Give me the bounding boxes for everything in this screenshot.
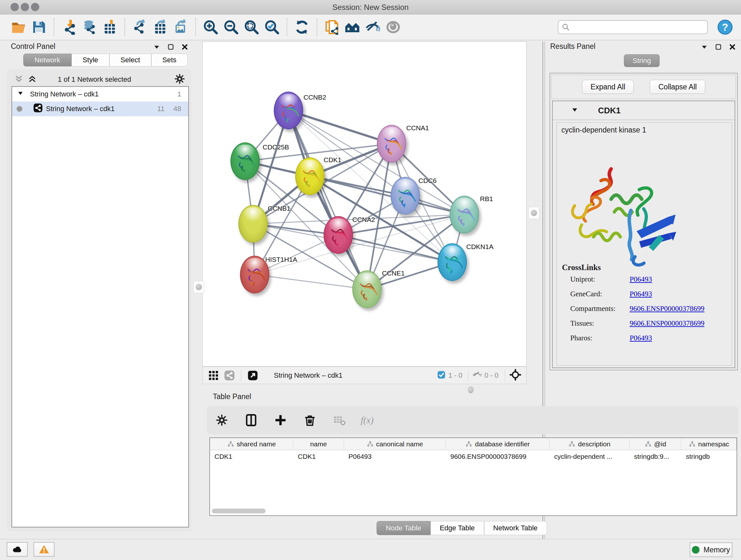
export-network-button[interactable] [131,18,148,37]
table-tab-network-table[interactable]: Network Table [484,521,547,535]
float-panel-icon[interactable] [167,44,174,52]
control-tab-sets[interactable]: Sets [151,54,188,66]
import-network-database-button[interactable] [81,18,98,37]
collapse-panel-icon[interactable] [153,44,160,52]
zoom-in-button[interactable] [202,18,219,37]
export-table-button[interactable] [151,18,169,37]
zoom-fit-button[interactable] [243,18,260,37]
network-node-cdk1[interactable] [295,158,325,195]
horizontal-scrollbar[interactable] [212,509,266,513]
delete-column-button[interactable] [301,411,319,429]
cdk1-card-header[interactable]: CDK1 [553,101,735,120]
crosslink-label: Tissues: [570,319,594,327]
table-panel-title: Table Panel [213,392,251,401]
results-panel-title: Results Panel [550,42,596,51]
column-header-4[interactable]: description [549,438,629,450]
table-tab-edge-table[interactable]: Edge Table [430,521,484,535]
table-row[interactable]: CDK1CDK1P064939606.ENSP00000378699cyclin… [210,450,737,463]
column-header-5[interactable]: @id [630,438,682,450]
column-header-1[interactable]: name [293,438,344,450]
crosslink-value[interactable]: P06493 [630,290,652,298]
table-tab-node-table[interactable]: Node Table [377,521,430,535]
collapse-panel-icon[interactable] [701,44,708,52]
crosslink-value[interactable]: P06493 [630,334,652,342]
import-table-button[interactable] [101,18,118,37]
table-cell[interactable]: cyclin-dependent ... [549,450,629,463]
network-options-gear-icon[interactable] [174,73,185,85]
export-image-button[interactable] [172,18,189,37]
edges-layer [203,42,527,367]
import-network-file-button[interactable] [60,18,77,37]
home-panels-button[interactable] [344,18,361,37]
control-tab-network[interactable]: Network [23,54,71,66]
hide-graphics-button[interactable] [364,18,381,37]
close-panel-icon[interactable] [181,44,188,52]
zoom-fit-icon [244,19,259,35]
table-cell[interactable]: stringdb [681,450,737,463]
hidden-eye-icon[interactable] [472,370,482,381]
column-header-0[interactable]: shared name [210,438,293,450]
crosslink-value[interactable]: 9606.ENSP00000378699 [630,305,704,313]
network-node-ccnb2[interactable] [274,91,303,129]
zoom-selected-button[interactable] [263,18,280,37]
close-panel-icon[interactable] [729,44,736,52]
warning-button[interactable] [33,542,55,557]
delete-table-button[interactable] [331,411,348,429]
network-row-selected[interactable]: String Network – cdk1 11 48 [12,102,188,116]
column-header-6[interactable]: namespac [681,438,737,450]
share-view-icon[interactable] [223,369,236,382]
network-node-cdc6[interactable] [391,177,420,214]
control-panel-title: Control Panel [11,42,55,51]
float-panel-icon[interactable] [715,44,722,52]
open-in-string-button[interactable] [323,18,340,37]
add-column-button[interactable] [272,411,289,429]
results-tab-string[interactable]: String [624,54,660,67]
search-input[interactable] [558,20,708,34]
network-node-ccnb1[interactable] [239,205,268,243]
crosslink-value[interactable]: P06493 [630,275,652,283]
network-canvas[interactable]: CCNB2 CCNA1 CDC25B CDK1 CDC6 RB1 CCNB1 C… [202,42,527,367]
right-splitter-handle[interactable] [529,207,539,219]
column-header-2[interactable]: canonical name [344,438,446,450]
left-splitter-handle[interactable] [193,281,204,293]
table-cell[interactable]: P06493 [344,450,446,463]
detach-view-icon[interactable] [246,369,259,382]
table-cell[interactable]: CDK1 [210,450,293,463]
refresh-layout-button[interactable] [293,18,311,37]
column-header-3[interactable]: database identifier [446,438,549,450]
column-tree-icon [227,441,234,448]
table-cell[interactable]: 9606.ENSP00000378699 [446,450,549,463]
fit-crosshair-icon[interactable] [509,368,522,382]
network-node-cdc25b[interactable] [230,142,260,180]
open-session-button[interactable] [10,18,27,37]
network-node-ccna1[interactable] [377,125,406,163]
collapse-all-button[interactable]: Collapse All [650,80,705,94]
memory-button[interactable]: Memory [690,543,732,557]
function-builder-button[interactable]: f(x) [360,411,377,429]
table-cell[interactable]: CDK1 [293,450,344,463]
crosslink-value[interactable]: 9606.ENSP00000378699 [630,319,704,327]
control-panel-tabs: NetworkStyleSelectSets [23,54,188,66]
network-node-ccne1[interactable] [352,270,382,308]
table-cell[interactable]: stringdb:9... [630,450,682,463]
horizontal-splitter-handle[interactable] [468,386,474,393]
table-settings-button[interactable] [213,411,230,429]
tree-expander-icon[interactable] [17,90,23,98]
toolbar-separator [286,18,287,36]
card-collapse-icon[interactable] [571,106,578,115]
zoom-out-button[interactable] [222,18,240,37]
network-node-cdkn1a[interactable] [437,243,467,281]
selected-checkbox-icon[interactable] [437,370,446,381]
control-tab-style[interactable]: Style [71,54,110,66]
show-columns-button[interactable] [243,411,260,429]
grid-view-icon[interactable] [207,369,220,382]
birdseye-button[interactable] [385,18,402,37]
help-button[interactable]: ? [718,19,733,35]
save-session-button[interactable] [30,18,48,37]
control-tab-select[interactable]: Select [110,54,151,66]
expand-all-button[interactable]: Expand All [582,80,634,94]
cloud-button[interactable] [7,542,28,557]
network-node-rb1[interactable] [450,196,479,233]
network-collection-row[interactable]: String Network – cdk1 1 [12,87,188,102]
network-node-ccna2[interactable] [324,216,353,254]
